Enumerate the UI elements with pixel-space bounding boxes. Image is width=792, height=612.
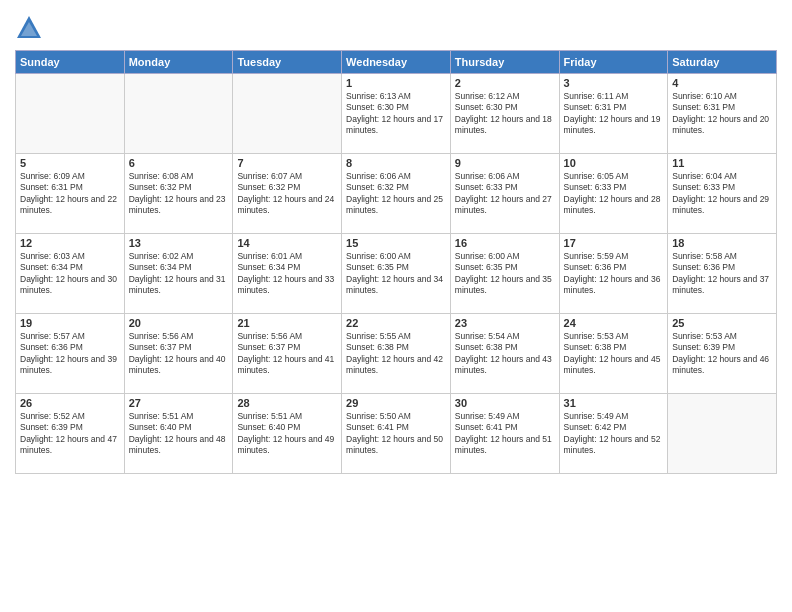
day-detail: Sunrise: 5:50 AM Sunset: 6:41 PM Dayligh… [346, 411, 446, 457]
day-number: 1 [346, 77, 446, 89]
day-number: 14 [237, 237, 337, 249]
day-number: 26 [20, 397, 120, 409]
day-detail: Sunrise: 5:59 AM Sunset: 6:36 PM Dayligh… [564, 251, 664, 297]
calendar-day: 24 Sunrise: 5:53 AM Sunset: 6:38 PM Dayl… [559, 314, 668, 394]
calendar: SundayMondayTuesdayWednesdayThursdayFrid… [15, 50, 777, 474]
calendar-day: 4 Sunrise: 6:10 AM Sunset: 6:31 PM Dayli… [668, 74, 777, 154]
calendar-week-row: 12 Sunrise: 6:03 AM Sunset: 6:34 PM Dayl… [16, 234, 777, 314]
day-number: 18 [672, 237, 772, 249]
calendar-week-row: 26 Sunrise: 5:52 AM Sunset: 6:39 PM Dayl… [16, 394, 777, 474]
logo-icon [15, 14, 43, 42]
day-detail: Sunrise: 5:53 AM Sunset: 6:39 PM Dayligh… [672, 331, 772, 377]
day-detail: Sunrise: 6:12 AM Sunset: 6:30 PM Dayligh… [455, 91, 555, 137]
day-number: 27 [129, 397, 229, 409]
day-number: 16 [455, 237, 555, 249]
day-number: 15 [346, 237, 446, 249]
calendar-day: 27 Sunrise: 5:51 AM Sunset: 6:40 PM Dayl… [124, 394, 233, 474]
calendar-day: 11 Sunrise: 6:04 AM Sunset: 6:33 PM Dayl… [668, 154, 777, 234]
day-number: 11 [672, 157, 772, 169]
calendar-day: 30 Sunrise: 5:49 AM Sunset: 6:41 PM Dayl… [450, 394, 559, 474]
day-number: 24 [564, 317, 664, 329]
day-number: 10 [564, 157, 664, 169]
calendar-day: 25 Sunrise: 5:53 AM Sunset: 6:39 PM Dayl… [668, 314, 777, 394]
day-number: 8 [346, 157, 446, 169]
day-detail: Sunrise: 5:51 AM Sunset: 6:40 PM Dayligh… [129, 411, 229, 457]
weekday-header: Wednesday [342, 51, 451, 74]
day-number: 29 [346, 397, 446, 409]
day-detail: Sunrise: 5:56 AM Sunset: 6:37 PM Dayligh… [237, 331, 337, 377]
day-number: 20 [129, 317, 229, 329]
day-number: 9 [455, 157, 555, 169]
weekday-header: Monday [124, 51, 233, 74]
calendar-day [16, 74, 125, 154]
calendar-day: 28 Sunrise: 5:51 AM Sunset: 6:40 PM Dayl… [233, 394, 342, 474]
calendar-day: 10 Sunrise: 6:05 AM Sunset: 6:33 PM Dayl… [559, 154, 668, 234]
day-number: 6 [129, 157, 229, 169]
calendar-day: 16 Sunrise: 6:00 AM Sunset: 6:35 PM Dayl… [450, 234, 559, 314]
weekday-header: Tuesday [233, 51, 342, 74]
calendar-day: 9 Sunrise: 6:06 AM Sunset: 6:33 PM Dayli… [450, 154, 559, 234]
calendar-day: 13 Sunrise: 6:02 AM Sunset: 6:34 PM Dayl… [124, 234, 233, 314]
day-number: 22 [346, 317, 446, 329]
calendar-day [233, 74, 342, 154]
day-detail: Sunrise: 5:53 AM Sunset: 6:38 PM Dayligh… [564, 331, 664, 377]
day-number: 23 [455, 317, 555, 329]
day-detail: Sunrise: 6:03 AM Sunset: 6:34 PM Dayligh… [20, 251, 120, 297]
day-detail: Sunrise: 6:07 AM Sunset: 6:32 PM Dayligh… [237, 171, 337, 217]
calendar-header: SundayMondayTuesdayWednesdayThursdayFrid… [16, 51, 777, 74]
day-detail: Sunrise: 6:11 AM Sunset: 6:31 PM Dayligh… [564, 91, 664, 137]
calendar-day: 8 Sunrise: 6:06 AM Sunset: 6:32 PM Dayli… [342, 154, 451, 234]
day-detail: Sunrise: 6:01 AM Sunset: 6:34 PM Dayligh… [237, 251, 337, 297]
day-number: 21 [237, 317, 337, 329]
day-detail: Sunrise: 5:51 AM Sunset: 6:40 PM Dayligh… [237, 411, 337, 457]
weekday-row: SundayMondayTuesdayWednesdayThursdayFrid… [16, 51, 777, 74]
calendar-day: 26 Sunrise: 5:52 AM Sunset: 6:39 PM Dayl… [16, 394, 125, 474]
header [15, 10, 777, 42]
calendar-day: 3 Sunrise: 6:11 AM Sunset: 6:31 PM Dayli… [559, 74, 668, 154]
day-detail: Sunrise: 6:06 AM Sunset: 6:33 PM Dayligh… [455, 171, 555, 217]
day-detail: Sunrise: 5:52 AM Sunset: 6:39 PM Dayligh… [20, 411, 120, 457]
calendar-day: 7 Sunrise: 6:07 AM Sunset: 6:32 PM Dayli… [233, 154, 342, 234]
calendar-week-row: 5 Sunrise: 6:09 AM Sunset: 6:31 PM Dayli… [16, 154, 777, 234]
calendar-day: 22 Sunrise: 5:55 AM Sunset: 6:38 PM Dayl… [342, 314, 451, 394]
day-number: 5 [20, 157, 120, 169]
calendar-day: 20 Sunrise: 5:56 AM Sunset: 6:37 PM Dayl… [124, 314, 233, 394]
day-detail: Sunrise: 5:58 AM Sunset: 6:36 PM Dayligh… [672, 251, 772, 297]
weekday-header: Thursday [450, 51, 559, 74]
weekday-header: Saturday [668, 51, 777, 74]
calendar-day: 5 Sunrise: 6:09 AM Sunset: 6:31 PM Dayli… [16, 154, 125, 234]
day-detail: Sunrise: 6:02 AM Sunset: 6:34 PM Dayligh… [129, 251, 229, 297]
day-detail: Sunrise: 6:10 AM Sunset: 6:31 PM Dayligh… [672, 91, 772, 137]
day-number: 13 [129, 237, 229, 249]
calendar-day: 14 Sunrise: 6:01 AM Sunset: 6:34 PM Dayl… [233, 234, 342, 314]
day-detail: Sunrise: 6:08 AM Sunset: 6:32 PM Dayligh… [129, 171, 229, 217]
calendar-day: 21 Sunrise: 5:56 AM Sunset: 6:37 PM Dayl… [233, 314, 342, 394]
day-number: 4 [672, 77, 772, 89]
calendar-day: 15 Sunrise: 6:00 AM Sunset: 6:35 PM Dayl… [342, 234, 451, 314]
day-number: 30 [455, 397, 555, 409]
day-number: 31 [564, 397, 664, 409]
weekday-header: Sunday [16, 51, 125, 74]
day-detail: Sunrise: 5:56 AM Sunset: 6:37 PM Dayligh… [129, 331, 229, 377]
calendar-day: 6 Sunrise: 6:08 AM Sunset: 6:32 PM Dayli… [124, 154, 233, 234]
calendar-day: 29 Sunrise: 5:50 AM Sunset: 6:41 PM Dayl… [342, 394, 451, 474]
day-number: 28 [237, 397, 337, 409]
day-detail: Sunrise: 6:05 AM Sunset: 6:33 PM Dayligh… [564, 171, 664, 217]
day-detail: Sunrise: 6:09 AM Sunset: 6:31 PM Dayligh… [20, 171, 120, 217]
day-number: 3 [564, 77, 664, 89]
day-number: 25 [672, 317, 772, 329]
calendar-day: 1 Sunrise: 6:13 AM Sunset: 6:30 PM Dayli… [342, 74, 451, 154]
day-number: 7 [237, 157, 337, 169]
day-detail: Sunrise: 5:54 AM Sunset: 6:38 PM Dayligh… [455, 331, 555, 377]
day-detail: Sunrise: 6:06 AM Sunset: 6:32 PM Dayligh… [346, 171, 446, 217]
day-number: 12 [20, 237, 120, 249]
calendar-day: 19 Sunrise: 5:57 AM Sunset: 6:36 PM Dayl… [16, 314, 125, 394]
calendar-day: 12 Sunrise: 6:03 AM Sunset: 6:34 PM Dayl… [16, 234, 125, 314]
calendar-day: 2 Sunrise: 6:12 AM Sunset: 6:30 PM Dayli… [450, 74, 559, 154]
day-number: 19 [20, 317, 120, 329]
calendar-week-row: 19 Sunrise: 5:57 AM Sunset: 6:36 PM Dayl… [16, 314, 777, 394]
day-detail: Sunrise: 5:55 AM Sunset: 6:38 PM Dayligh… [346, 331, 446, 377]
calendar-body: 1 Sunrise: 6:13 AM Sunset: 6:30 PM Dayli… [16, 74, 777, 474]
calendar-day [668, 394, 777, 474]
day-detail: Sunrise: 6:00 AM Sunset: 6:35 PM Dayligh… [455, 251, 555, 297]
